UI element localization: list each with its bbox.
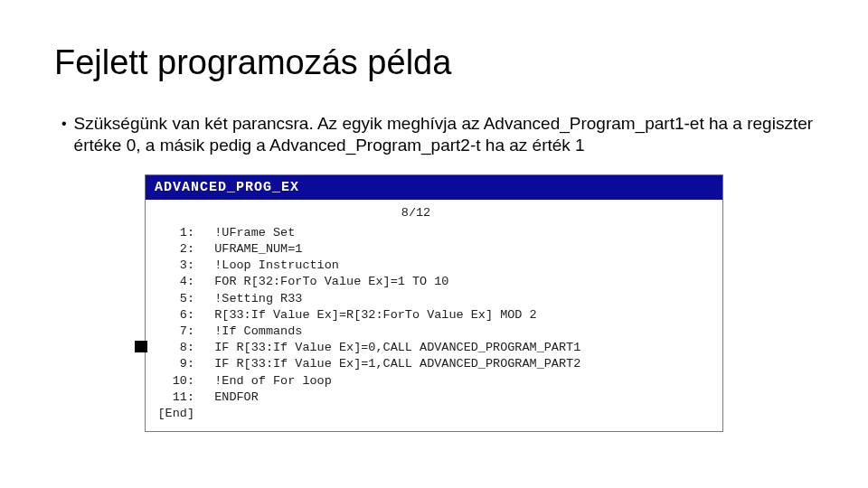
line-number: 8: (155, 340, 200, 356)
code-lines: 1: !UFrame Set2: UFRAME_NUM=13: !Loop In… (155, 225, 713, 423)
code-line: 3: !Loop Instruction (155, 258, 713, 274)
code-line: 11: ENDFOR (155, 389, 713, 406)
line-number: 4: (155, 274, 200, 290)
line-number: 6: (155, 307, 200, 324)
line-code: R[33:If Value Ex]=R[32:ForTo Value Ex] M… (200, 307, 537, 324)
code-editor: ADVANCED_PROG_EX 8/12 1: !UFrame Set2: U… (145, 174, 723, 433)
line-code: !End of For loop (200, 373, 332, 389)
code-line: 10: !End of For loop (155, 373, 713, 389)
code-line: 2: UFRAME_NUM=1 (155, 241, 713, 258)
line-number: 7: (155, 324, 200, 340)
code-line: 9: IF R[33:If Value Ex]=1,CALL ADVANCED_… (155, 356, 713, 372)
line-code: !Loop Instruction (200, 258, 339, 274)
code-line: 7: !If Commands (155, 324, 713, 340)
slide: Fejlett programozás példa • Szükségünk v… (0, 0, 868, 432)
line-number: 3: (155, 258, 200, 274)
line-code (200, 406, 214, 422)
editor-titlebar: ADVANCED_PROG_EX (146, 175, 722, 200)
line-code: !UFrame Set (200, 225, 295, 241)
line-code: FOR R[32:ForTo Value Ex]=1 TO 10 (200, 274, 448, 290)
code-line: 4: FOR R[32:ForTo Value Ex]=1 TO 10 (155, 274, 713, 290)
bullet-text: Szükségünk van két parancsra. Az egyik m… (74, 113, 814, 156)
line-number: [End] (155, 406, 200, 422)
slide-title: Fejlett programozás példa (54, 43, 814, 82)
line-number: 9: (155, 356, 200, 372)
cursor-icon (135, 341, 147, 352)
bullet-dot-icon: • (61, 113, 67, 134)
line-code: IF R[33:If Value Ex]=0,CALL ADVANCED_PRO… (200, 340, 580, 356)
bullet-item: • Szükségünk van két parancsra. Az egyik… (54, 113, 814, 156)
line-code: !If Commands (200, 324, 302, 340)
line-code: ENDFOR (200, 389, 259, 406)
editor-body: 8/12 1: !UFrame Set2: UFRAME_NUM=13: !Lo… (146, 200, 722, 432)
line-number: 5: (155, 291, 200, 307)
code-line: [End] (155, 406, 713, 422)
line-code: IF R[33:If Value Ex]=1,CALL ADVANCED_PRO… (200, 356, 580, 372)
line-counter: 8/12 (155, 205, 713, 221)
line-number: 11: (155, 389, 200, 406)
line-number: 1: (155, 225, 200, 241)
code-line: 5: !Setting R33 (155, 291, 713, 307)
line-code: UFRAME_NUM=1 (200, 241, 302, 258)
editor-title: ADVANCED_PROG_EX (155, 180, 299, 195)
line-number: 2: (155, 241, 200, 258)
code-line: 1: !UFrame Set (155, 225, 713, 241)
line-number: 10: (155, 373, 200, 389)
code-line: 8: IF R[33:If Value Ex]=0,CALL ADVANCED_… (155, 340, 713, 356)
code-line: 6: R[33:If Value Ex]=R[32:ForTo Value Ex… (155, 307, 713, 324)
line-code: !Setting R33 (200, 291, 302, 307)
